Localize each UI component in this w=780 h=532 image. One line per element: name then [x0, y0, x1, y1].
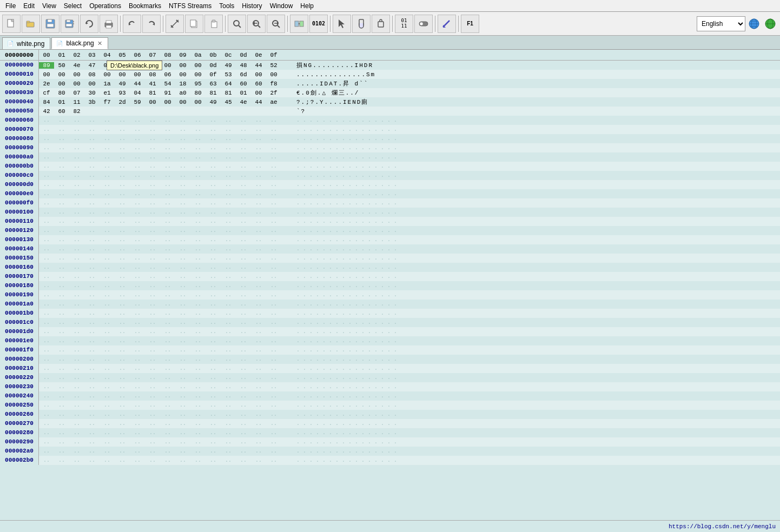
menu-tools[interactable]: Tools — [216, 1, 237, 11]
hex-cell[interactable]: .. — [54, 172, 69, 178]
hex-cell[interactable]: .. — [69, 228, 84, 234]
hex-cell[interactable]: 81 — [145, 90, 160, 96]
hex-cell[interactable]: .. — [251, 375, 266, 381]
hex-cell[interactable]: .. — [251, 145, 266, 151]
hex-cell[interactable]: .. — [175, 292, 190, 298]
hex-cell[interactable]: 00 — [190, 62, 206, 69]
hex-cell[interactable]: .. — [190, 163, 206, 169]
hex-cell[interactable]: .. — [84, 430, 100, 436]
hex-cell[interactable]: .. — [236, 402, 251, 408]
hex-cell[interactable]: .. — [84, 411, 100, 417]
hex-cell[interactable]: 00 — [160, 99, 175, 105]
hex-cell[interactable]: .. — [84, 237, 100, 243]
hex-cell[interactable]: .. — [160, 448, 175, 454]
hex-cell[interactable]: .. — [175, 218, 190, 224]
hex-cell[interactable]: .. — [39, 274, 54, 280]
hex-cell[interactable]: .. — [130, 136, 145, 142]
hex-cell[interactable]: .. — [206, 448, 221, 454]
hex-cell[interactable] — [160, 108, 175, 115]
hex-cell[interactable]: .. — [84, 421, 100, 427]
mark-button[interactable] — [438, 15, 456, 33]
hex-cell[interactable]: .. — [39, 163, 54, 169]
hex-cell[interactable]: .. — [266, 228, 281, 234]
hex-cell[interactable]: .. — [115, 448, 130, 454]
hex-cell[interactable]: .. — [206, 163, 221, 169]
hex-cell[interactable]: .. — [236, 457, 251, 463]
hex-cell[interactable]: .. — [175, 439, 190, 445]
hex-cell[interactable]: 01 — [236, 90, 251, 96]
hex-cell[interactable]: .. — [69, 274, 84, 280]
hex-cell[interactable]: .. — [54, 145, 69, 151]
hex-cell[interactable]: .. — [54, 375, 69, 381]
hex-cell[interactable]: .. — [251, 246, 266, 252]
hex-cell[interactable]: .. — [130, 117, 145, 123]
hex-cell[interactable]: .. — [130, 283, 145, 289]
hex-cell[interactable]: .. — [100, 375, 115, 381]
hex-cell[interactable]: .. — [39, 393, 54, 399]
hex-cell[interactable]: .. — [190, 218, 206, 224]
menu-history[interactable]: History — [239, 1, 265, 11]
hex-cell[interactable]: .. — [266, 274, 281, 280]
hex-cell[interactable]: .. — [115, 209, 130, 215]
hex-cell[interactable]: 4e — [236, 99, 251, 105]
hex-cell[interactable]: .. — [130, 246, 145, 252]
hex-cell[interactable]: .. — [130, 384, 145, 390]
hex-cell[interactable]: .. — [115, 246, 130, 252]
hex-cell[interactable] — [145, 108, 160, 115]
hex-cell[interactable]: .. — [69, 237, 84, 243]
hex-cell[interactable]: .. — [206, 393, 221, 399]
hex-cell[interactable]: .. — [190, 310, 206, 316]
hex-cell[interactable]: .. — [115, 154, 130, 160]
hex-cell[interactable]: .. — [251, 402, 266, 408]
hex-cell[interactable]: .. — [175, 402, 190, 408]
hex-cell[interactable]: .. — [251, 411, 266, 417]
hex-cell[interactable]: 50 — [54, 62, 69, 69]
hex-cell[interactable]: .. — [54, 365, 69, 371]
hex-cell[interactable]: .. — [221, 402, 236, 408]
hex-cell[interactable]: .. — [69, 329, 84, 335]
hex-cell[interactable]: .. — [175, 457, 190, 463]
hex-cell[interactable]: .. — [175, 347, 190, 353]
hex-cell[interactable]: .. — [54, 228, 69, 234]
hex-cell[interactable]: .. — [84, 209, 100, 215]
hex-cell[interactable]: .. — [84, 163, 100, 169]
hex-cell[interactable]: .. — [54, 209, 69, 215]
hex-cell[interactable]: .. — [54, 255, 69, 261]
hex-cell[interactable]: .. — [221, 347, 236, 353]
hex-cell[interactable]: .. — [236, 375, 251, 381]
hex-cell[interactable]: .. — [69, 411, 84, 417]
hex-cell[interactable]: .. — [221, 136, 236, 142]
hex-cell[interactable]: .. — [145, 283, 160, 289]
hex-cell[interactable]: .. — [69, 365, 84, 371]
hex-cell[interactable]: .. — [84, 246, 100, 252]
hex-cell[interactable]: .. — [266, 218, 281, 224]
hex-cell[interactable]: 49 — [115, 81, 130, 87]
hex-cell[interactable]: .. — [190, 117, 206, 123]
hex-cell[interactable]: .. — [39, 228, 54, 234]
hex-cell[interactable]: 49 — [221, 62, 236, 69]
hex-cell[interactable]: .. — [190, 136, 206, 142]
hex-cell[interactable]: .. — [190, 384, 206, 390]
hex-cell[interactable]: .. — [251, 274, 266, 280]
hex-cell[interactable]: .. — [100, 255, 115, 261]
copy-button[interactable] — [185, 15, 203, 33]
hex-cell[interactable]: .. — [54, 127, 69, 132]
hex-cell[interactable]: .. — [54, 411, 69, 417]
hex-cell[interactable]: .. — [39, 264, 54, 270]
hex-cell[interactable]: .. — [100, 329, 115, 335]
hex-cell[interactable]: .. — [175, 191, 190, 197]
hex-cell[interactable]: .. — [236, 117, 251, 123]
hex-cell[interactable]: .. — [236, 439, 251, 445]
hex-cell[interactable]: .. — [39, 320, 54, 325]
hex-cell[interactable]: .. — [115, 127, 130, 132]
hex-cell[interactable]: .. — [115, 255, 130, 261]
hex-cell[interactable]: .. — [115, 375, 130, 381]
hex-cell[interactable]: .. — [39, 365, 54, 371]
hex-cell[interactable]: .. — [84, 218, 100, 224]
hex-cell[interactable]: .. — [100, 218, 115, 224]
hex-cell[interactable]: 54 — [160, 81, 175, 87]
hex-cell[interactable]: .. — [100, 274, 115, 280]
hex-cell[interactable]: .. — [54, 402, 69, 408]
hex-cell[interactable]: .. — [84, 264, 100, 270]
hex-cell[interactable]: .. — [69, 191, 84, 197]
